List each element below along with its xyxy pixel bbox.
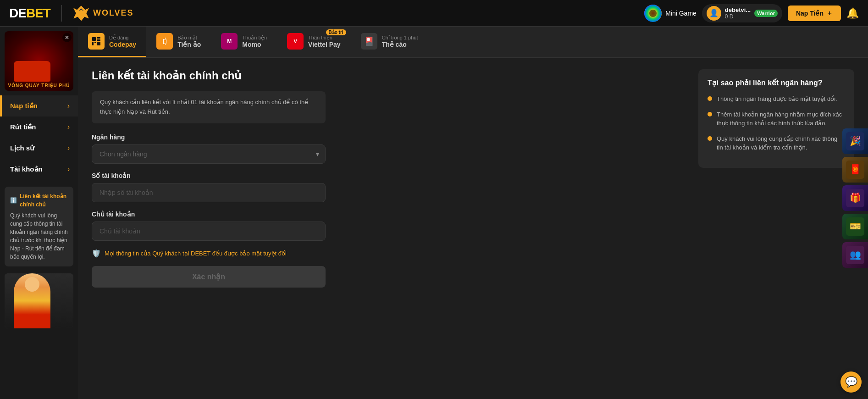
info-icon: ℹ️	[10, 196, 17, 205]
tienao-labels: Bảo mật Tiền ảo	[177, 35, 201, 48]
minigame-label: Mini Game	[665, 10, 697, 17]
content-area: Dễ dàng Codepay ₿ Bảo mật Tiền ảo M Thuậ…	[78, 27, 868, 399]
logo-divider	[61, 5, 62, 22]
nap-tien-label: Nap Tiền	[796, 10, 824, 17]
wolves-logo: WOLVES	[73, 5, 134, 22]
thecao-main-label: Thẻ cào	[382, 41, 418, 48]
minigame-icon	[644, 5, 662, 22]
why-text-1: Thông tin ngân hàng được bảo mật tuyệt đ…	[717, 94, 837, 104]
why-text-2: Thêm tài khoản ngân hàng nhằm mục đích x…	[717, 110, 845, 128]
viettel-sub-label: Thân thiện	[308, 35, 341, 41]
why-text-3: Quý khách vui lòng cung cấp chính xác th…	[717, 134, 845, 152]
sidebar-item-tai-khoan[interactable]: Tài khoản ›	[0, 159, 78, 180]
float-su-kien[interactable]: 🎉	[842, 128, 868, 154]
user-details: debetvi... 0 D	[725, 6, 751, 20]
chat-icon: 💬	[845, 376, 857, 388]
float-lucky-money[interactable]: 🧧	[842, 157, 868, 183]
submit-button[interactable]: Xác nhận	[92, 266, 326, 288]
info-title-text: Liên kết tài khoản chính chủ	[20, 192, 68, 209]
sidebar-info-box: ℹ️ Liên kết tài khoản chính chủ Quý khác…	[5, 187, 73, 266]
sidebar-info-title: ℹ️ Liên kết tài khoản chính chủ	[10, 192, 68, 209]
chevron-right-icon: ›	[67, 102, 70, 110]
form-notice: Quý khách cần liên kết với ít nhất 01 tà…	[92, 91, 326, 123]
tab-viettel[interactable]: Bảo trì V Thân thiện Viettel Pay	[277, 27, 351, 57]
account-holder-form-group: Chủ tài khoản	[92, 211, 326, 241]
promo-close-button[interactable]: ✕	[62, 33, 72, 42]
wolves-icon	[73, 5, 89, 22]
thecao-sub-label: Chỉ trong 1 phút	[382, 35, 418, 41]
momo-icon: M	[221, 33, 238, 50]
tai-khoan-label: Tài khoản	[10, 165, 43, 173]
submit-btn-label: Xác nhận	[192, 273, 225, 281]
float-boi-thuong[interactable]: 🎁	[842, 185, 868, 211]
sidebar-item-rut-tien[interactable]: Rút tiền ›	[0, 116, 78, 138]
right-floating-panel: 🎉 🧧 🎁 🎫 👥	[842, 128, 868, 268]
tienao-sub-label: Bảo mật	[177, 35, 201, 41]
sidebar-menu: Nap tiền › Rút tiền › Lịch sử › Tài khoả…	[0, 95, 78, 180]
warrior-badge: Warrior	[754, 10, 778, 17]
bank-label: Ngân hàng	[92, 133, 326, 141]
wolves-text: WOLVES	[93, 8, 134, 18]
codepay-icon	[88, 33, 105, 50]
svg-point-3	[649, 10, 657, 17]
codepay-labels: Dễ dàng Codepay	[109, 35, 136, 48]
nap-tien-header-button[interactable]: Nap Tiền ＋	[788, 6, 841, 21]
user-name: debetvi...	[725, 6, 751, 13]
rut-tien-label: Rút tiền	[10, 123, 36, 131]
account-holder-input[interactable]	[92, 222, 326, 241]
chat-widget[interactable]: 💬	[840, 371, 862, 393]
tab-codepay[interactable]: Dễ dàng Codepay	[78, 27, 146, 57]
account-number-label: Số tài khoản	[92, 172, 326, 179]
form-left: Liên kết tài khoản chính chủ Quý khách c…	[92, 69, 689, 388]
svg-rect-9	[97, 42, 100, 45]
svg-rect-8	[94, 42, 96, 43]
why-item-2: Thêm tài khoản ngân hàng nhằm mục đích x…	[708, 110, 845, 128]
svg-rect-6	[97, 39, 100, 41]
svg-text:🎫: 🎫	[850, 221, 861, 232]
header: DEBET WOLVES	[0, 0, 868, 27]
tab-thecao[interactable]: 🎴 Chỉ trong 1 phút Thẻ cào	[351, 27, 428, 57]
plus-icon: ＋	[826, 9, 833, 17]
sidebar: VÒNG QUAY TRIỆU PHÚ ✕ Nap tiền › Rút tiề…	[0, 27, 78, 399]
support-background	[5, 273, 73, 328]
account-holder-label: Chủ tài khoản	[92, 211, 326, 218]
float-dai-ly[interactable]: 👥	[842, 242, 868, 268]
svg-text:🧧: 🧧	[850, 164, 861, 175]
bank-select[interactable]: Chon ngân hàng	[92, 144, 326, 164]
bao-tri-badge: Bảo trì	[326, 29, 346, 35]
main-content: VÒNG QUAY TRIỆU PHÚ ✕ Nap tiền › Rút tiề…	[0, 27, 868, 399]
bell-icon[interactable]: 🔔	[846, 7, 859, 19]
sidebar-item-lich-su[interactable]: Lịch sử ›	[0, 138, 78, 159]
momo-labels: Thuận tiện Momo	[242, 35, 267, 48]
momo-sub-label: Thuận tiện	[242, 35, 267, 41]
codepay-sub-label: Dễ dàng	[109, 35, 136, 41]
user-info: 👤 debetvi... 0 D Warrior	[702, 4, 782, 22]
why-dot-2	[708, 112, 712, 116]
header-right: Mini Game 👤 debetvi... 0 D Warrior Nap T…	[644, 4, 859, 22]
bank-select-wrapper: Chon ngân hàng ▾	[92, 144, 326, 164]
account-number-input[interactable]	[92, 183, 326, 202]
float-gift-code[interactable]: 🎫	[842, 214, 868, 239]
chevron-right-icon: ›	[67, 144, 70, 152]
shield-icon: 🛡️	[92, 249, 101, 258]
lich-su-label: Lịch sử	[10, 144, 34, 152]
user-avatar: 👤	[707, 6, 721, 21]
viettel-labels: Thân thiện Viettel Pay	[308, 35, 341, 48]
tab-momo[interactable]: M Thuận tiện Momo	[211, 27, 277, 57]
form-right: Tại sao phải liên kết ngân hàng? Thông t…	[698, 69, 854, 388]
viettel-icon: V	[287, 33, 304, 50]
minigame-button[interactable]: Mini Game	[644, 5, 697, 22]
promo-car	[14, 61, 50, 82]
sidebar-support	[5, 273, 73, 328]
security-note-text: Mọi thông tin của Quý khách tại DEBET đề…	[105, 250, 287, 257]
sidebar-promo[interactable]: VÒNG QUAY TRIỆU PHÚ ✕	[5, 31, 73, 91]
nap-tien-label: Nap tiền	[10, 102, 38, 110]
logo-area: DEBET WOLVES	[9, 5, 134, 22]
form-area: Liên kết tài khoản chính chủ Quý khách c…	[78, 58, 868, 399]
svg-rect-4	[92, 37, 96, 41]
viettel-main-label: Viettel Pay	[308, 41, 341, 48]
why-title: Tại sao phải liên kết ngân hàng?	[708, 78, 845, 87]
sidebar-item-nap-tien[interactable]: Nap tiền ›	[0, 95, 78, 116]
tab-tienao[interactable]: ₿ Bảo mật Tiền ảo	[146, 27, 211, 57]
thecao-icon: 🎴	[361, 33, 377, 50]
